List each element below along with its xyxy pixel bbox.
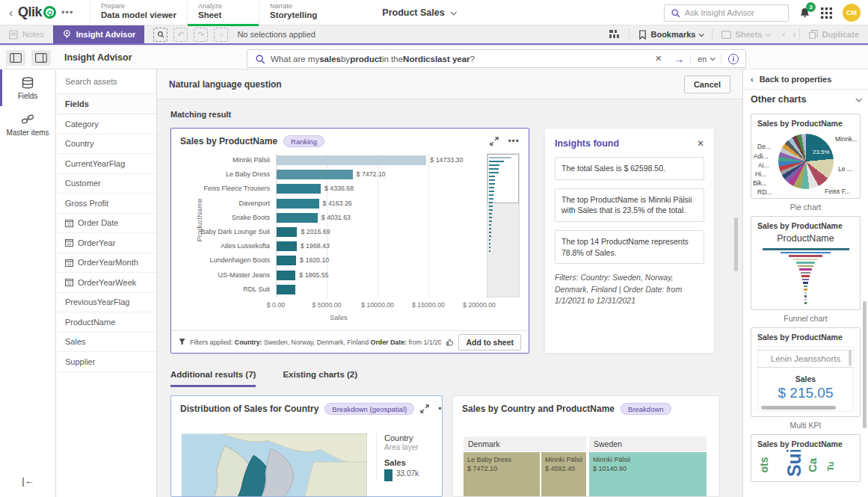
notifications-button[interactable]: 3 bbox=[799, 7, 810, 19]
toolbar-grid-button[interactable] bbox=[600, 30, 629, 39]
main-scrollbar[interactable] bbox=[734, 217, 738, 271]
kpi-dimension-value[interactable]: Lenin Jeansshorts bbox=[758, 350, 853, 368]
duplicate-button[interactable]: Duplicate bbox=[800, 30, 868, 39]
nav-analyze[interactable]: Analyze Sheet bbox=[187, 0, 259, 25]
search-icon bbox=[255, 54, 265, 64]
field-item[interactable]: Country bbox=[56, 135, 156, 155]
insight-item[interactable]: The top ProductName is Minnki Pälsii wit… bbox=[555, 188, 704, 222]
info-button[interactable]: i bbox=[721, 54, 745, 64]
back-chevron-icon[interactable]: ‹ bbox=[9, 6, 13, 19]
cancel-button[interactable]: Cancel bbox=[684, 75, 730, 93]
treemap-cell[interactable]: Le Baby Dress$ 7472.10 bbox=[464, 452, 540, 496]
field-item[interactable]: ProductName bbox=[56, 312, 156, 333]
thumbs-up-icon[interactable] bbox=[446, 337, 455, 348]
field-item[interactable]: Category bbox=[56, 114, 156, 135]
panel-scrollbar[interactable] bbox=[863, 301, 867, 428]
minimap-bar bbox=[489, 217, 492, 218]
map-result-card[interactable]: Distribution of Sales for Country Breakd… bbox=[170, 395, 443, 497]
bookmarks-button[interactable]: Bookmarks bbox=[630, 30, 712, 40]
field-item[interactable]: Sales bbox=[56, 333, 156, 353]
pie-slice-label: Minnk... bbox=[835, 135, 858, 143]
geo-map[interactable] bbox=[182, 433, 367, 497]
global-search[interactable]: Ask Insight Advisor bbox=[664, 4, 789, 22]
rail-item-master-items[interactable]: Master items bbox=[0, 106, 55, 143]
field-item[interactable]: 12OrderYear bbox=[56, 233, 156, 253]
user-avatar[interactable]: CM bbox=[843, 4, 861, 22]
more-menu-icon[interactable]: ••• bbox=[61, 7, 74, 18]
alt-chart-funnel-card[interactable]: Sales by ProductName ProductName bbox=[751, 216, 861, 310]
bar[interactable] bbox=[277, 241, 297, 251]
nl-question-text[interactable]: What are my sales by product in the Nord… bbox=[271, 55, 649, 64]
submit-question-icon[interactable]: → bbox=[668, 53, 690, 65]
treemap-cell[interactable]: Minnki Pälsii$ 10140.90 bbox=[589, 452, 707, 496]
clear-question-icon[interactable]: ✕ bbox=[649, 54, 668, 64]
language-selector[interactable]: en bbox=[690, 55, 721, 64]
bar[interactable] bbox=[277, 184, 321, 194]
bar[interactable] bbox=[277, 285, 295, 294]
insight-item[interactable]: The total Sales is $ 62598.50. bbox=[555, 157, 704, 180]
add-to-sheet-button[interactable]: Add to sheet bbox=[458, 334, 521, 351]
step-back-icon[interactable]: ↶ bbox=[173, 28, 188, 42]
treemap-cell[interactable]: Minnki Pälsii$ 4592.40 bbox=[541, 452, 586, 496]
more-options-icon[interactable]: ••• bbox=[438, 404, 443, 414]
clear-selections-icon[interactable]: ○ bbox=[214, 28, 228, 42]
x-axis-title: Sales bbox=[330, 313, 348, 321]
other-charts-header[interactable]: Other charts bbox=[743, 90, 868, 109]
app-title-dropdown[interactable]: Product Sales bbox=[351, 0, 486, 25]
toggle-left-panel-button[interactable] bbox=[6, 50, 25, 66]
field-item[interactable]: 12Order Date bbox=[56, 214, 156, 234]
expand-icon[interactable] bbox=[420, 404, 429, 413]
matching-result-chart-card[interactable]: Sales by ProductName Ranking ••• Product… bbox=[170, 128, 529, 354]
chart-minimap-scrollbar[interactable] bbox=[487, 153, 520, 297]
kpi-horizontal-scrollbar[interactable] bbox=[761, 406, 836, 410]
bar[interactable] bbox=[277, 213, 318, 223]
assets-search-input[interactable] bbox=[65, 77, 147, 86]
close-icon[interactable]: ✕ bbox=[697, 138, 704, 149]
field-item[interactable]: Supplier bbox=[56, 352, 156, 372]
field-item[interactable]: PreviousYearFlag bbox=[56, 293, 156, 313]
kpi-vertical-scrollbar[interactable] bbox=[849, 350, 852, 366]
bar[interactable] bbox=[277, 227, 297, 237]
tab-existing-charts[interactable]: Existing charts (2) bbox=[283, 370, 357, 387]
field-item[interactable]: 12OrderYearWeek bbox=[56, 273, 156, 293]
tab-additional-results[interactable]: Additional results (7) bbox=[170, 370, 256, 387]
nl-question-bar[interactable]: What are my sales by product in the Nord… bbox=[247, 49, 746, 68]
expand-icon[interactable] bbox=[490, 137, 499, 146]
smart-search-icon[interactable] bbox=[153, 28, 167, 42]
bar[interactable] bbox=[277, 199, 319, 209]
field-item[interactable]: 12OrderYearMonth bbox=[56, 253, 156, 274]
search-icon bbox=[671, 8, 680, 18]
bar[interactable] bbox=[277, 256, 296, 265]
sheets-button[interactable]: Sheets bbox=[712, 30, 778, 39]
assets-search[interactable] bbox=[56, 70, 156, 94]
more-options-icon[interactable]: ••• bbox=[508, 136, 520, 146]
alt-chart-pie-card[interactable]: Sales by ProductName 23.5% Minnk...Le ..… bbox=[751, 114, 861, 199]
funnel-bar bbox=[802, 279, 808, 281]
treemap-result-card[interactable]: Sales by Country and ProductName Breakdo… bbox=[452, 395, 720, 497]
nav-prepare[interactable]: Prepare Data model viewer bbox=[90, 0, 187, 25]
notes-button[interactable]: Notes bbox=[0, 25, 53, 43]
rail-item-fields[interactable]: Fields bbox=[0, 70, 55, 106]
bar[interactable] bbox=[277, 170, 353, 179]
back-to-properties-button[interactable]: ‹ Back to properties bbox=[743, 70, 868, 90]
alt-chart-multikpi-card[interactable]: Sales by ProductName Lenin Jeansshorts S… bbox=[751, 327, 861, 417]
toggle-right-panel-button[interactable] bbox=[31, 50, 51, 66]
app-launcher-icon[interactable] bbox=[821, 7, 832, 19]
step-forward-icon[interactable]: ↷ bbox=[194, 28, 208, 42]
bar[interactable] bbox=[277, 271, 295, 280]
alt-chart-wordcloud-card[interactable]: Sales by ProductName otsSuitCaTu bbox=[751, 434, 861, 482]
calendar-icon: 12 bbox=[65, 238, 73, 247]
nav-narrate[interactable]: Narrate Storytelling bbox=[259, 0, 330, 25]
prev-sheet-icon[interactable]: ‹ bbox=[778, 29, 789, 40]
field-item[interactable]: Gross Profit bbox=[56, 194, 156, 214]
bar[interactable] bbox=[277, 155, 426, 165]
field-item[interactable]: Customer bbox=[56, 174, 156, 194]
global-search-placeholder: Ask Insight Advisor bbox=[685, 8, 754, 17]
insight-advisor-tab[interactable]: Insight Advisor bbox=[53, 25, 145, 43]
funnel-bar bbox=[763, 248, 849, 250]
next-sheet-icon[interactable]: › bbox=[789, 29, 799, 40]
field-item[interactable]: CurrentYearFlag bbox=[56, 154, 156, 174]
collapse-panel-icon[interactable]: |← bbox=[0, 475, 56, 487]
calendar-icon: 12 bbox=[65, 278, 73, 286]
insight-item[interactable]: The top 14 ProductName represents 78.8% … bbox=[555, 230, 704, 264]
